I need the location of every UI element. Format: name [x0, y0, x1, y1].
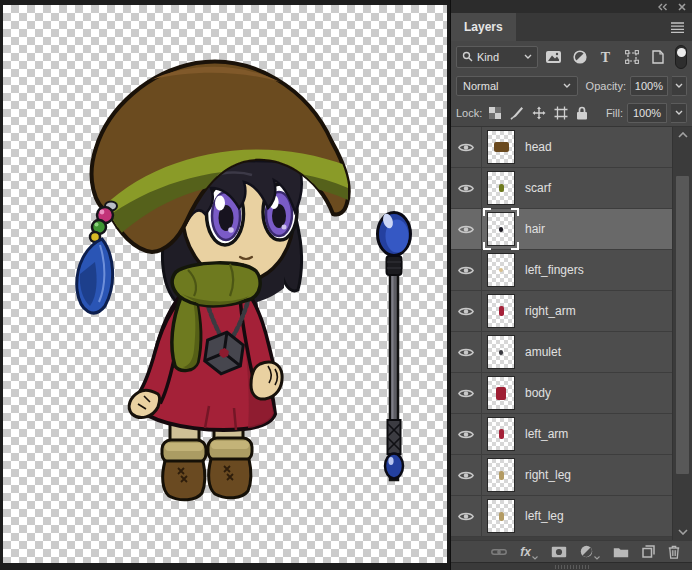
layer-visibility-toggle[interactable] — [451, 455, 482, 495]
shape-layer-filter-icon — [625, 50, 639, 64]
new-adjustment-layer-button[interactable] — [580, 545, 600, 558]
layer-thumbnail[interactable] — [487, 499, 515, 533]
layer-thumbnail[interactable] — [487, 335, 515, 369]
delete-layer-button[interactable] — [668, 545, 680, 559]
layer-name: scarf — [525, 181, 551, 195]
opacity-value-field[interactable]: 100% — [630, 76, 668, 96]
blend-mode-row: Normal Opacity: 100% — [451, 72, 692, 99]
eye-icon — [458, 183, 474, 194]
filter-shape-layers-button[interactable] — [621, 46, 642, 68]
lock-transparency-icon[interactable] — [488, 106, 502, 120]
eye-icon — [458, 265, 474, 276]
layer-row[interactable]: head — [451, 127, 673, 168]
chevron-down-icon — [675, 110, 683, 115]
layer-name: body — [525, 386, 551, 400]
chevron-down-icon — [524, 54, 532, 59]
layer-visibility-toggle[interactable] — [451, 332, 482, 372]
delete-layer-icon — [668, 545, 680, 559]
lock-row: Lock: Fill: 100% — [451, 99, 692, 126]
filter-pixel-layers-button[interactable] — [543, 46, 564, 68]
layer-visibility-toggle[interactable] — [451, 250, 482, 290]
filter-adjustment-layers-button[interactable] — [569, 46, 590, 68]
scroll-down-icon[interactable] — [678, 529, 688, 535]
fill-value-field[interactable]: 100% — [627, 103, 667, 123]
layers-panel: Layers Kind T — [450, 0, 692, 570]
eye-icon — [458, 470, 474, 481]
layer-row[interactable]: body — [451, 373, 673, 414]
layer-thumbnail-sprite — [499, 306, 504, 316]
layer-thumbnail[interactable] — [487, 376, 515, 410]
blend-mode-dropdown[interactable]: Normal — [456, 76, 578, 96]
layer-row[interactable]: left_arm — [451, 414, 673, 455]
new-group-button[interactable] — [613, 546, 629, 558]
lock-position-icon[interactable] — [532, 106, 546, 120]
layer-row[interactable]: hair — [451, 209, 673, 250]
layer-name: left_arm — [525, 427, 568, 441]
panel-resize-gripper — [555, 565, 589, 569]
lock-pixels-icon[interactable] — [510, 106, 524, 120]
fill-dropdown-button[interactable] — [671, 103, 687, 123]
panel-chrome — [451, 0, 692, 13]
filter-kind-label: Kind — [477, 51, 499, 63]
layer-visibility-toggle[interactable] — [451, 414, 482, 454]
layer-thumbnail[interactable] — [487, 294, 515, 328]
collapse-panels-icon[interactable] — [657, 3, 668, 11]
layer-thumbnail[interactable] — [487, 458, 515, 492]
eye-icon — [458, 429, 474, 440]
eye-icon — [458, 224, 474, 235]
layer-thumbnail-sprite — [499, 268, 503, 272]
layer-visibility-toggle[interactable] — [451, 496, 482, 536]
layer-row[interactable]: scarf — [451, 168, 673, 209]
layer-thumbnail[interactable] — [487, 130, 515, 164]
add-layer-mask-button[interactable] — [551, 546, 567, 558]
layer-thumbnail[interactable] — [487, 417, 515, 451]
blend-mode-value: Normal — [463, 80, 498, 92]
layer-name: amulet — [525, 345, 561, 359]
layer-row[interactable]: amulet — [451, 332, 673, 373]
lock-all-icon[interactable] — [576, 106, 588, 120]
layer-row[interactable]: right_leg — [451, 455, 673, 496]
type-layer-filter-icon: T — [599, 50, 612, 64]
scroll-up-icon[interactable] — [678, 132, 688, 138]
scrollbar-thumb[interactable] — [676, 176, 689, 474]
fill-label: Fill: — [606, 107, 623, 119]
layer-visibility-toggle[interactable] — [451, 127, 482, 167]
search-icon — [462, 51, 473, 62]
opacity-value: 100% — [635, 80, 663, 92]
layer-style-button[interactable]: fx — [520, 546, 538, 558]
panel-menu-icon[interactable] — [670, 22, 685, 33]
eye-icon — [458, 306, 474, 317]
layer-visibility-toggle[interactable] — [451, 168, 482, 208]
layer-row[interactable]: right_arm — [451, 291, 673, 332]
tab-layers[interactable]: Layers — [451, 13, 516, 41]
close-panel-icon[interactable] — [678, 3, 686, 11]
panel-resize-strip[interactable] — [451, 562, 692, 570]
filter-toggle-knob — [677, 48, 686, 57]
layers-bottom-bar: fx — [451, 540, 692, 562]
lock-label: Lock: — [456, 107, 482, 119]
layer-list-scrollbar[interactable] — [672, 127, 692, 540]
staff-art — [378, 212, 411, 480]
layer-thumbnail[interactable] — [487, 253, 515, 287]
layer-mask-icon — [551, 546, 567, 558]
eye-icon — [458, 388, 474, 399]
link-layers-button[interactable] — [491, 547, 507, 557]
photoshop-window: Layers Kind T — [0, 0, 692, 570]
layer-thumbnail[interactable] — [487, 171, 515, 205]
filter-toggle-switch[interactable] — [675, 45, 687, 69]
filter-kind-dropdown[interactable]: Kind — [456, 46, 538, 68]
layer-row[interactable]: left_fingers — [451, 250, 673, 291]
layer-visibility-toggle[interactable] — [451, 373, 482, 413]
new-layer-button[interactable] — [642, 545, 655, 558]
smart-object-filter-icon — [652, 50, 664, 64]
opacity-dropdown-button[interactable] — [672, 76, 687, 96]
filter-type-layers-button[interactable]: T — [595, 46, 616, 68]
document-canvas[interactable] — [0, 0, 450, 570]
layer-thumbnail[interactable] — [487, 212, 515, 246]
filter-smart-objects-button[interactable] — [647, 46, 668, 68]
chevron-down-icon — [563, 83, 571, 88]
layer-visibility-toggle[interactable] — [451, 291, 482, 331]
layer-row[interactable]: left_leg — [451, 496, 673, 537]
lock-artboard-icon[interactable] — [554, 106, 568, 120]
layer-visibility-toggle[interactable] — [451, 209, 482, 249]
